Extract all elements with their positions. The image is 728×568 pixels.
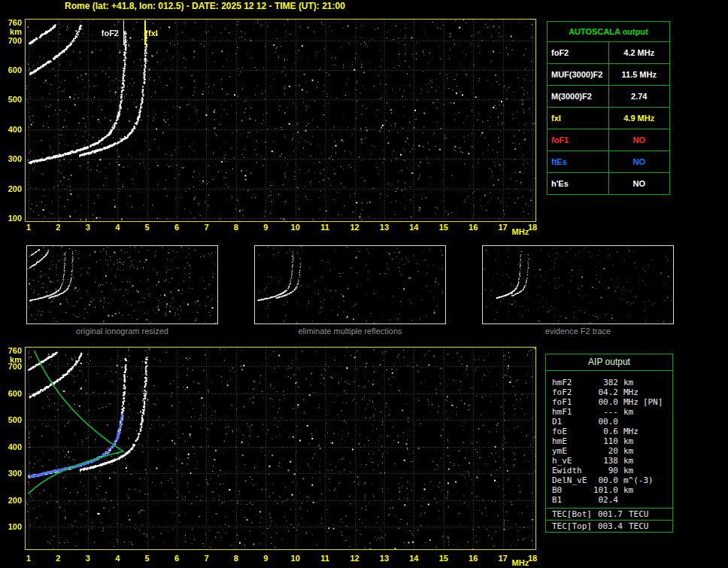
aip-row: B102.4 [552,495,672,505]
autoscala-param-label: M(3000)F2 [548,86,609,108]
x-tick-label: 7 [199,554,214,563]
x-axis-unit: MHz [512,558,529,567]
y-tick-label: 100 [1,214,22,223]
aip-rows: hmF2382kmfoF204.2MHzfoF100.0MHz[PN]hmF1-… [546,371,672,508]
aip-tec-row: TEC[Bot]001.7TECU [546,508,672,520]
aip-tec-label: TEC[Top] [552,521,597,532]
x-tick-label: 6 [169,554,184,563]
x-tick-label: 1 [21,554,36,563]
x-tick-label: 10 [288,223,303,232]
aip-param-unit: km [623,485,633,495]
aip-param-label: D1 [552,417,591,427]
aip-param-label: foF1 [552,397,591,407]
aip-param-value: 90 [591,466,618,475]
aip-row: Ewidth90km [552,466,672,475]
x-tick-label: 4 [110,554,125,563]
x-tick-label: 2 [50,223,65,232]
aip-row: foF100.0MHz[PN] [552,397,672,407]
autoscala-param-value: 11.5 MHz [608,64,670,86]
autoscala-body: foF24.2 MHzMUF(3000)F211.5 MHzM(3000)F22… [548,42,670,195]
thumbnail-original [26,245,218,324]
aip-row: B0101.0km [552,485,672,495]
x-tick-label: 9 [258,554,273,563]
y-tick-label: 700 [1,36,22,45]
aip-param-label: hmE [552,436,591,446]
autoscala-param-value: 4.9 MHz [608,108,670,129]
aip-param-unit: MHz [623,397,639,407]
autoscala-param-label: h'Es [548,173,609,195]
aip-param-unit: MHz [623,427,639,436]
thumbnail-no-multiples-canvas [255,246,445,323]
x-tick-label: 11 [317,554,332,563]
x-tick-label: 15 [436,223,451,232]
y-tick-label: 760 [1,346,22,355]
aip-param-label: B0 [552,485,591,495]
aip-param-label: h_vE [552,456,591,466]
aip-tec-row: TEC[Top]003.4TECU [546,520,672,532]
aip-param-label: B1 [552,495,591,505]
autoscala-row: MUF(3000)F211.5 MHz [548,64,670,86]
aip-param-value: 0.6 [591,427,618,436]
aip-row: hmF2382km [552,378,672,387]
thumbnail-caption-f2-trace: evidence F2 trace [482,327,674,336]
aip-tec-unit: TECU [629,521,649,531]
aip-row: foF204.2MHz [552,387,672,397]
aip-param-value: 00.0 [591,397,618,407]
y-tick-label: 200 [1,184,22,193]
fxI-marker-line [144,20,146,45]
aip-tec-unit: TECU [629,509,649,519]
x-tick-label: 2 [50,554,65,563]
thumbnail-f2-trace-canvas [483,246,673,323]
y-tick-label: 600 [1,65,22,74]
aip-param-unit: km [623,407,633,417]
aip-param-value: 110 [591,436,618,446]
aip-param-unit: m^(-3) [623,475,654,485]
aip-row: hmF1---km [552,407,672,417]
autoscala-row: fxI4.9 MHz [548,108,670,129]
autoscala-row: M(3000)F22.74 [548,86,670,108]
autoscala-param-label: foF1 [548,129,609,151]
aip-param-unit: km [623,436,633,446]
aip-param-value: 101.0 [591,485,618,495]
x-tick-label: 17 [496,554,511,563]
ionogram-canvas-bottom [26,348,535,549]
autoscala-param-label: ftEs [548,151,609,173]
aip-param-value: 138 [591,456,618,466]
aip-param-note: [PN] [643,397,663,407]
y-axis-unit: km [1,27,22,36]
x-axis-unit: MHz [512,227,529,236]
aip-row: h_vE138km [552,456,672,466]
x-tick-label: 14 [406,223,421,232]
autoscala-param-value: 2.74 [608,86,670,108]
x-tick-label: 12 [347,554,362,563]
aip-row: foE0.6MHz [552,427,672,436]
aip-param-value: 382 [591,378,618,387]
ionogram-plot-top: foF2fxI [25,19,536,222]
autoscala-param-label: MUF(3000)F2 [548,64,609,86]
x-tick-label: 15 [436,554,451,563]
aip-tec-value: 003.4 [597,521,623,532]
aip-param-value: --- [591,407,618,417]
y-tick-label: 200 [1,496,22,505]
autoscala-param-value: 4.2 MHz [608,42,670,64]
autoscala-title-row: AUTOSCALA output [548,22,670,42]
aip-param-label: hmF2 [552,378,591,387]
foF2-marker-line [123,20,124,45]
x-tick-label: 14 [406,554,421,563]
thumbnail-original-canvas [27,246,217,323]
x-tick-label: 1 [21,223,36,232]
x-tick-label: 12 [347,223,362,232]
x-tick-label: 10 [288,554,303,563]
aip-param-label: Ewidth [552,466,591,475]
autoscala-row: foF1NO [548,129,670,151]
aip-tec-rows: TEC[Bot]001.7TECUTEC[Top]003.4TECU [546,508,672,532]
x-tick-label: 9 [258,223,273,232]
y-tick-label: 400 [1,125,22,134]
autoscala-row: ftEsNO [548,151,670,173]
autoscala-param-value: NO [608,173,670,195]
ionogram-canvas-top [26,20,535,221]
aip-param-unit: MHz [623,387,639,397]
y-tick-label: 300 [1,469,22,478]
aip-param-unit: km [623,446,633,456]
aip-param-label: hmF1 [552,407,591,417]
